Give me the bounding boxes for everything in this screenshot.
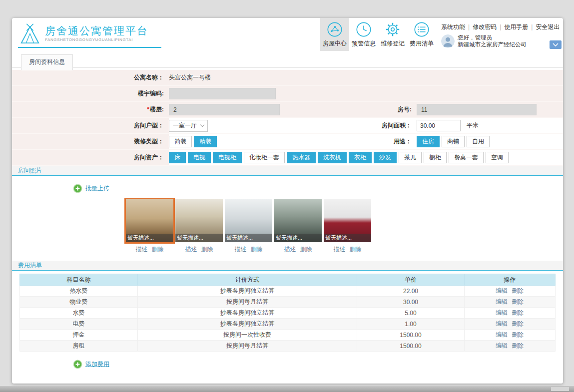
list-circle-icon — [413, 21, 430, 38]
room-photos-section-title: 房间照片 — [18, 166, 42, 175]
nav-item-warning-info[interactable]: 预警信息 — [349, 18, 378, 51]
tipi-logo-icon — [19, 23, 41, 44]
chevron-down-icon — [200, 123, 204, 127]
usage-option-button[interactable]: 住房 — [417, 136, 440, 147]
fee-delete-link[interactable]: 删除 — [512, 298, 524, 305]
photo-actions: 描述删除 — [274, 245, 322, 254]
photo-describe-link[interactable]: 描述 — [284, 246, 296, 253]
photo-describe-link[interactable]: 描述 — [235, 246, 247, 253]
photo-caption: 暂无描述... — [126, 234, 173, 242]
fee-row: 押金按房间一次性收费1500.00编辑删除 — [20, 330, 556, 341]
asset-option-button[interactable]: 热水器 — [287, 152, 316, 163]
change-password-link[interactable]: 修改密码 — [465, 23, 497, 31]
fee-header-name: 科目名称 — [20, 274, 138, 286]
add-green-plus-icon — [73, 360, 82, 369]
apartment-name-label: 公寓名称： — [12, 73, 169, 82]
fee-edit-link[interactable]: 编辑 — [496, 298, 508, 305]
fee-price: 1500.00 — [357, 330, 464, 341]
fee-edit-link[interactable]: 编辑 — [496, 331, 508, 338]
area-label: 房间面积： — [287, 121, 417, 130]
nav-item-maintenance[interactable]: 维修登记 — [378, 18, 407, 51]
share-network-icon — [326, 21, 343, 38]
nav-item-fee-list[interactable]: 费用清单 — [407, 18, 436, 51]
fee-row: 水费抄表各房间独立结算5.00编辑删除 — [20, 308, 556, 319]
asset-option-button[interactable]: 衣柜 — [349, 152, 372, 163]
room-photo-thumbnail[interactable]: 暂无描述... — [225, 199, 272, 242]
fee-actions: 编辑删除 — [464, 286, 555, 297]
room-assets-label: 房间资产： — [12, 153, 169, 162]
room-photo-thumbnail[interactable]: 暂无描述... — [324, 199, 371, 242]
fee-delete-link[interactable]: 删除 — [512, 309, 524, 316]
asset-option-button[interactable]: 洗衣机 — [318, 152, 347, 163]
asset-option-button[interactable]: 沙发 — [374, 152, 397, 163]
decoration-option-button[interactable]: 简装 — [169, 136, 192, 147]
fee-edit-link[interactable]: 编辑 — [496, 287, 508, 294]
area-input[interactable] — [417, 120, 461, 131]
chevron-down-icon — [553, 43, 559, 47]
building-code-label: 楼宇编码: — [12, 89, 169, 98]
fee-edit-link[interactable]: 编辑 — [496, 342, 508, 349]
photo-item: 暂无描述...描述删除 — [324, 199, 371, 254]
clock-icon — [355, 21, 372, 38]
room-photo-thumbnail[interactable]: 暂无描述... — [175, 199, 223, 242]
user-manual-link[interactable]: 使用手册 — [497, 23, 528, 31]
decoration-option-button[interactable]: 精装 — [194, 136, 217, 147]
asset-option-button[interactable]: 餐桌一套 — [449, 152, 484, 163]
decoration-type-label: 装修类型： — [12, 137, 169, 146]
photo-delete-link[interactable]: 删除 — [251, 246, 263, 253]
photo-caption: 暂无描述... — [175, 234, 223, 242]
photo-delete-link[interactable]: 删除 — [300, 246, 312, 253]
photo-caption: 暂无描述... — [274, 234, 322, 242]
asset-option-button[interactable]: 空调 — [486, 152, 509, 163]
logout-link[interactable]: 安全退出 — [528, 23, 560, 31]
photo-delete-link[interactable]: 删除 — [152, 246, 164, 253]
photo-delete-link[interactable]: 删除 — [350, 246, 362, 253]
usage-option-button[interactable]: 商铺 — [442, 136, 465, 147]
asset-option-button[interactable]: 电视 — [188, 152, 211, 163]
photo-describe-link[interactable]: 描述 — [185, 246, 197, 253]
fee-name: 物业费 — [20, 297, 138, 308]
tab-bar: 房间资料信息 — [12, 51, 563, 68]
building-code-input[interactable] — [169, 88, 276, 99]
photo-delete-link[interactable]: 删除 — [201, 246, 213, 253]
room-number-input[interactable] — [417, 104, 537, 115]
photo-describe-link[interactable]: 描述 — [136, 246, 148, 253]
floor-input[interactable] — [169, 104, 280, 115]
fee-name: 电费 — [20, 319, 138, 330]
nav-item-housing-center[interactable]: 房屋中心 — [320, 18, 349, 51]
fee-delete-link[interactable]: 删除 — [512, 287, 524, 294]
window-bottom-edge — [0, 386, 574, 392]
room-photo-thumbnail[interactable]: 暂无描述... — [274, 199, 322, 242]
required-asterisk: * — [147, 106, 149, 113]
asset-option-button[interactable]: 茶几 — [399, 152, 422, 163]
photo-actions: 描述删除 — [324, 245, 371, 254]
tab-room-info[interactable]: 房间资料信息 — [21, 54, 73, 70]
fee-delete-link[interactable]: 删除 — [512, 320, 524, 327]
fee-name: 热水费 — [20, 286, 138, 297]
layout-select[interactable]: 一室一厅 — [169, 120, 208, 132]
room-photo-thumbnail[interactable]: 暂无描述... — [126, 199, 173, 242]
asset-options: 床电视电视柜化妆柜一套热水器洗衣机衣柜沙发茶几橱柜餐桌一套空调 — [169, 152, 563, 163]
photo-describe-link[interactable]: 描述 — [334, 246, 346, 253]
fee-actions: 编辑删除 — [464, 308, 555, 319]
fee-actions: 编辑删除 — [464, 330, 555, 341]
fee-delete-link[interactable]: 删除 — [512, 331, 524, 338]
fee-name: 房租 — [20, 341, 138, 352]
fee-price: 5.00 — [357, 308, 464, 319]
fee-method: 按房间每月结算 — [137, 341, 357, 352]
room-photos-section-header: 房间照片 — [12, 166, 563, 176]
batch-upload-link[interactable]: 批量上传 — [85, 184, 109, 193]
usage-option-button[interactable]: 自用 — [467, 136, 490, 147]
asset-option-button[interactable]: 化妆柜一套 — [244, 152, 285, 163]
fee-price: 22.00 — [357, 286, 464, 297]
asset-option-button[interactable]: 电视柜 — [213, 152, 242, 163]
asset-option-button[interactable]: 床 — [169, 152, 186, 163]
fee-edit-link[interactable]: 编辑 — [496, 309, 508, 316]
system-functions-link[interactable]: 系统功能 — [441, 23, 465, 31]
fee-delete-link[interactable]: 删除 — [512, 342, 524, 349]
collapse-panel-button[interactable] — [550, 40, 562, 49]
fee-edit-link[interactable]: 编辑 — [496, 320, 508, 327]
asset-option-button[interactable]: 橱柜 — [424, 152, 447, 163]
layout-label: 房间户型： — [12, 121, 169, 130]
add-fee-link[interactable]: 添加费用 — [85, 360, 109, 369]
